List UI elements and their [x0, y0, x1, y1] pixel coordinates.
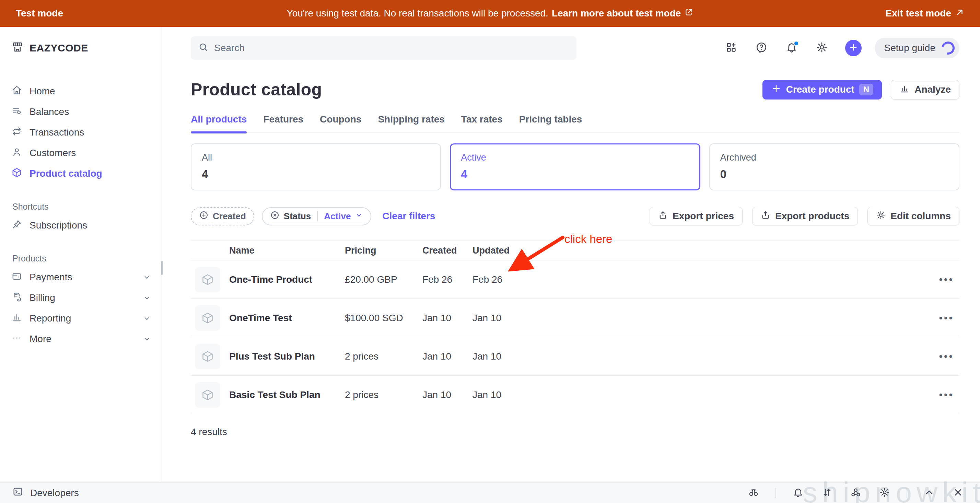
- dev-notifications-button[interactable]: [791, 486, 805, 500]
- summary-card-archived[interactable]: Archived 0: [709, 143, 959, 190]
- bar-chart-icon: [899, 83, 910, 96]
- export-prices-label: Export prices: [673, 211, 734, 222]
- quick-create-button[interactable]: [845, 40, 862, 56]
- inspect-button[interactable]: [747, 486, 760, 500]
- sidebar-item-label: Payments: [30, 272, 72, 283]
- gear-icon: [879, 487, 890, 499]
- notifications-button[interactable]: [785, 41, 799, 55]
- product-pricing: $100.00 SGD: [345, 313, 422, 323]
- global-search[interactable]: [191, 37, 576, 60]
- sort-arrows-icon: [821, 487, 832, 499]
- sidebar-item-subscriptions[interactable]: Subscriptions: [12, 215, 151, 236]
- webhooks-button[interactable]: [849, 486, 863, 500]
- edit-columns-button[interactable]: Edit columns: [867, 207, 959, 225]
- tab-tax-rates[interactable]: Tax rates: [461, 114, 503, 132]
- sidebar-item-label: Product catalog: [30, 168, 102, 179]
- setup-guide-button[interactable]: Setup guide: [875, 38, 959, 58]
- divider: [775, 488, 776, 498]
- storefront-icon: [12, 41, 23, 55]
- sidebar-item-product-catalog[interactable]: Product catalog: [12, 163, 151, 184]
- sidebar-item-balances[interactable]: Balances: [12, 102, 151, 122]
- analyze-button[interactable]: Analyze: [891, 80, 959, 100]
- create-product-label: Create product: [786, 84, 854, 95]
- product-created: Jan 10: [422, 313, 473, 323]
- export-products-button[interactable]: Export products: [752, 207, 858, 225]
- tab-pricing-tables[interactable]: Pricing tables: [519, 114, 582, 132]
- api-requests-button[interactable]: [820, 486, 834, 500]
- sidebar-item-label: Transactions: [30, 127, 84, 138]
- export-icon: [658, 210, 668, 222]
- help-icon: [756, 41, 767, 54]
- sidebar-item-label: More: [30, 334, 51, 344]
- row-overflow-menu[interactable]: •••: [939, 389, 959, 401]
- tab-all-products[interactable]: All products: [191, 114, 247, 132]
- table-row[interactable]: Basic Test Sub Plan 2 prices Jan 10 Jan …: [191, 376, 959, 414]
- sidebar-item-reporting[interactable]: Reporting: [12, 308, 151, 329]
- table-row[interactable]: One-Time Product £20.00 GBP Feb 26 Feb 2…: [191, 260, 959, 299]
- filter-created[interactable]: Created: [191, 207, 254, 225]
- product-pricing: 2 prices: [345, 351, 422, 362]
- table-header: Name Pricing Created Updated: [191, 240, 959, 260]
- card-count: 4: [202, 168, 430, 181]
- tab-coupons[interactable]: Coupons: [320, 114, 361, 132]
- column-header-created[interactable]: Created: [422, 245, 473, 256]
- product-created: Feb 26: [422, 274, 473, 285]
- product-thumbnail: [195, 382, 220, 407]
- help-button[interactable]: [754, 41, 768, 55]
- sidebar-item-more[interactable]: More: [12, 329, 151, 349]
- table-row[interactable]: OneTime Test $100.00 SGD Jan 10 Jan 10 •…: [191, 299, 959, 337]
- table-row[interactable]: Plus Test Sub Plan 2 prices Jan 10 Jan 1…: [191, 337, 959, 376]
- settings-button[interactable]: [815, 41, 829, 55]
- row-overflow-menu[interactable]: •••: [939, 274, 959, 285]
- row-overflow-menu[interactable]: •••: [939, 312, 959, 324]
- customers-icon: [12, 147, 22, 159]
- chevron-down-icon: [355, 211, 363, 222]
- tab-shipping-rates[interactable]: Shipping rates: [378, 114, 444, 132]
- sidebar-item-payments[interactable]: Payments: [12, 267, 151, 288]
- sidebar-item-label: Balances: [30, 107, 69, 117]
- sidebar-item-customers[interactable]: Customers: [12, 143, 151, 163]
- column-header-updated[interactable]: Updated: [473, 245, 935, 256]
- plus-circle-icon: [199, 210, 208, 222]
- arrow-up-right-icon: [955, 8, 964, 19]
- product-updated: Jan 10: [473, 390, 935, 400]
- account-switcher[interactable]: EAZYCODE: [12, 37, 151, 59]
- clear-filters-link[interactable]: Clear filters: [382, 211, 435, 222]
- banner-message: You're using test data. No real transact…: [163, 8, 817, 19]
- test-mode-banner: Test mode You're using test data. No rea…: [0, 0, 980, 27]
- chevron-down-icon: [142, 334, 151, 344]
- developers-button[interactable]: Developers: [12, 486, 79, 500]
- sidebar-item-label: Reporting: [30, 313, 71, 324]
- export-prices-button[interactable]: Export prices: [649, 207, 743, 225]
- summary-card-active[interactable]: Active 4: [450, 143, 700, 190]
- create-product-button[interactable]: Create product N: [762, 80, 882, 100]
- apps-button[interactable]: [724, 41, 738, 55]
- progress-spinner-icon: [939, 39, 957, 57]
- card-label: All: [202, 152, 430, 163]
- search-input[interactable]: [214, 43, 569, 54]
- dev-settings-button[interactable]: [878, 486, 891, 500]
- column-header-name[interactable]: Name: [229, 245, 345, 256]
- sidebar-item-home[interactable]: Home: [12, 81, 151, 102]
- close-bar-button[interactable]: [951, 486, 965, 500]
- sidebar-item-transactions[interactable]: Transactions: [12, 122, 151, 143]
- column-header-pricing[interactable]: Pricing: [345, 245, 422, 256]
- expand-bar-button[interactable]: [922, 486, 936, 500]
- product-name: One-Time Product: [229, 274, 345, 285]
- tab-features[interactable]: Features: [263, 114, 303, 132]
- sidebar-item-label: Customers: [30, 148, 76, 159]
- chevron-down-icon: [142, 293, 151, 302]
- cube-icon: [12, 167, 22, 180]
- export-icon: [761, 210, 770, 222]
- terminal-icon: [12, 486, 23, 500]
- filter-status[interactable]: Status Active: [262, 207, 372, 225]
- product-thumbnail: [195, 344, 220, 369]
- main-content: Setup guide Product catalog Create produ…: [162, 27, 980, 503]
- banner-learn-more-link[interactable]: Learn more about test mode: [552, 8, 681, 19]
- product-pricing: £20.00 GBP: [345, 274, 422, 285]
- sidebar-item-billing[interactable]: Billing: [12, 288, 151, 308]
- products-table: Name Pricing Created Updated One-Time Pr…: [191, 240, 959, 438]
- exit-test-mode-button[interactable]: Exit test mode: [817, 8, 964, 19]
- summary-card-all[interactable]: All 4: [191, 143, 441, 190]
- row-overflow-menu[interactable]: •••: [939, 351, 959, 362]
